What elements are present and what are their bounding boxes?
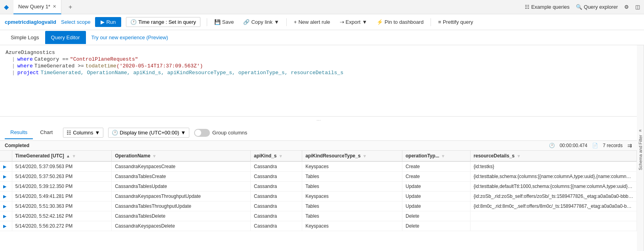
separator-1 (207, 18, 207, 26)
query-explorer-button[interactable]: 🔍 Query explorer (576, 4, 618, 10)
editor-results-area: AzureDiagnostics | where Category == "Co… (0, 45, 637, 251)
action-bar: cpmetricdiaglogvalid Select scope ▶ Run … (0, 14, 644, 30)
chart-tab[interactable]: Chart (34, 126, 58, 139)
table-cell: Update (402, 182, 471, 192)
fn-todatetime: todatetime (86, 63, 116, 69)
results-tab-label: Results (10, 129, 27, 135)
row-expand-btn[interactable]: ▶ (0, 201, 12, 211)
table-cell: Cassandra (251, 161, 302, 172)
display-time-button[interactable]: 🕐 Display time (UTC+00:00) ▼ (108, 128, 189, 138)
chevron-down-icon-4: ▼ (181, 130, 186, 136)
table-cell: CassandraTablesThroughputUpdate (112, 201, 251, 211)
columns-button[interactable]: ☷ Columns ▼ (63, 128, 103, 138)
table-row[interactable]: ▶5/14/2020, 5:37:09.563 PMCassandraKeysp… (0, 161, 637, 172)
table-row[interactable]: ▶5/14/2020, 5:49:41.281 PMCassandraKeysp… (0, 192, 637, 201)
expand-icon[interactable]: ▶ (3, 184, 6, 189)
panel-icon[interactable]: ◫ (635, 4, 640, 10)
filter-icon-time[interactable]: ▿ (73, 154, 75, 158)
run-button[interactable]: ▶ Run (95, 17, 121, 27)
table-row[interactable]: ▶5/14/2020, 5:39:12.350 PMCassandraTable… (0, 182, 637, 192)
filter-icon-op[interactable]: ▿ (153, 154, 155, 158)
toolbar-controls: ☷ Columns ▼ (63, 128, 103, 138)
plus-icon: + (294, 19, 297, 25)
expand-icon[interactable]: ▶ (3, 204, 6, 209)
table-cell: {id:testtable,schema:{columns:[{name:col… (470, 172, 636, 182)
kw-where-1: where (17, 56, 33, 62)
table-cell: 5/14/2020, 5:39:12.350 PM (12, 182, 112, 192)
tab-new-query[interactable]: New Query 1* ✕ (13, 0, 61, 14)
toggle-knob (195, 130, 201, 136)
expand-icon[interactable]: ▶ (3, 164, 6, 169)
op-equals: == (62, 56, 69, 62)
scope-text: cpmetricdiaglogvalid (5, 19, 56, 25)
table-cell: {id:zoSb_,rid:zoSb_self:offers/zoSb/_ts:… (470, 192, 636, 201)
row-expand-btn[interactable]: ▶ (0, 161, 12, 172)
settings-icon[interactable]: ⚙ (624, 4, 629, 10)
filter-icon-optype[interactable]: ▿ (442, 154, 444, 158)
clock-icon: 🕐 (130, 19, 137, 25)
prettify-button[interactable]: ≡ Prettify query (434, 17, 477, 27)
table-cell: 5/14/2020, 5:49:41.281 PM (12, 192, 112, 201)
expand-icon[interactable]: ▶ (3, 214, 6, 218)
expand-results-icon[interactable]: ⇉ (627, 142, 632, 149)
columns-label: Columns (73, 130, 93, 136)
table-cell (470, 221, 636, 231)
filter-icon-apikind[interactable]: ▿ (280, 154, 282, 158)
table-row[interactable]: ▶5/14/2020, 5:52:42.162 PMCassandraTable… (0, 211, 637, 221)
field-timegenerated: TimeGenerated (34, 63, 74, 69)
row-expand-btn[interactable]: ▶ (0, 182, 12, 192)
expand-icon[interactable]: ▶ (3, 194, 6, 199)
export-button[interactable]: ⇢ Export ▼ (336, 17, 371, 27)
row-expand-btn[interactable]: ▶ (0, 221, 12, 231)
table-cell: Keyspaces (302, 221, 402, 231)
top-bar-right: ☷ Example queries 🔍 Query explorer ⚙ ◫ (525, 4, 640, 10)
pin-button[interactable]: ⚡ Pin to dashboard (373, 17, 427, 27)
row-expand-btn[interactable]: ▶ (0, 192, 12, 201)
tab-close-icon[interactable]: ✕ (53, 4, 56, 9)
table-cell: CassandraKeyspacesDelete (112, 221, 251, 231)
table-cell: 5/14/2020, 5:52:42.162 PM (12, 211, 112, 221)
tab-label: New Query 1* (18, 4, 50, 10)
editor-resizer[interactable]: ⋯ (0, 117, 637, 125)
row-expand-btn[interactable]: ▶ (0, 211, 12, 221)
group-columns-label: Group columns (212, 130, 247, 136)
table-row[interactable]: ▶5/14/2020, 5:37:50.263 PMCassandraTable… (0, 172, 637, 182)
save-button[interactable]: 💾 Save (210, 17, 238, 27)
time-range-button[interactable]: 🕐 Time range : Set in query (126, 17, 200, 27)
table-cell: Create (402, 161, 471, 172)
filter-icon-resdetails[interactable]: ▿ (518, 154, 520, 158)
table-cell: {id:testks} (470, 161, 636, 172)
row-expand-btn[interactable]: ▶ (0, 172, 12, 182)
tab-preview[interactable]: Try our new experience (Preview) (86, 31, 174, 44)
filter-icon-apikindres[interactable]: ▿ (364, 154, 366, 158)
query-editor-panel[interactable]: AzureDiagnostics | where Category == "Co… (0, 45, 637, 117)
tab-add-button[interactable]: + (65, 4, 76, 11)
table-row[interactable]: ▶5/14/2020, 5:56:20.272 PMCassandraKeysp… (0, 221, 637, 231)
query-line-3: | where TimeGenerated >= todatetime ('20… (12, 63, 631, 69)
toggle-switch[interactable] (194, 129, 210, 137)
sort-icon-time[interactable]: ▲ (66, 154, 70, 158)
expand-icon[interactable]: ▶ (3, 224, 6, 228)
chart-tab-label: Chart (40, 129, 53, 135)
table-cell: {id:testtable,defaultTtl:1000,schema:{co… (470, 182, 636, 192)
table-cell: 5/14/2020, 5:51:30.363 PM (12, 201, 112, 211)
table-cell: CassandraTablesCreate (112, 172, 251, 182)
copy-link-button[interactable]: 🔗 Copy link ▼ (239, 17, 283, 27)
tab-query-editor[interactable]: Query Editor (45, 31, 86, 44)
table-row[interactable]: ▶5/14/2020, 5:51:30.363 PMCassandraTable… (0, 201, 637, 211)
status-bar: Completed 🕐 00:00:00.474 📄 7 records ⇉ (0, 141, 637, 151)
col-timegenerated-label: TimeGenerated [UTC] (15, 153, 64, 159)
table-cell: {id:8m0c_,rid:8m0c_,self:offers/8m0c/_ts… (470, 201, 636, 211)
sidebar-collapse-icon[interactable]: « (637, 126, 643, 135)
chevron-down-icon-2: ▼ (362, 19, 367, 25)
tab-simple-logs[interactable]: Simple Logs (5, 31, 45, 44)
results-tab[interactable]: Results (5, 126, 33, 139)
time-range-label: Time range : Set in query (138, 19, 196, 25)
table-cell: Cassandra (251, 201, 302, 211)
sidebar-panel[interactable]: « Schema and Filter (637, 45, 644, 251)
example-queries-button[interactable]: ☷ Example queries (525, 4, 570, 10)
table-cell: CassandraTablesUpdate (112, 182, 251, 192)
new-alert-button[interactable]: + New alert rule (290, 17, 334, 27)
select-scope-link[interactable]: Select scope (61, 19, 90, 25)
expand-icon[interactable]: ▶ (3, 174, 6, 179)
